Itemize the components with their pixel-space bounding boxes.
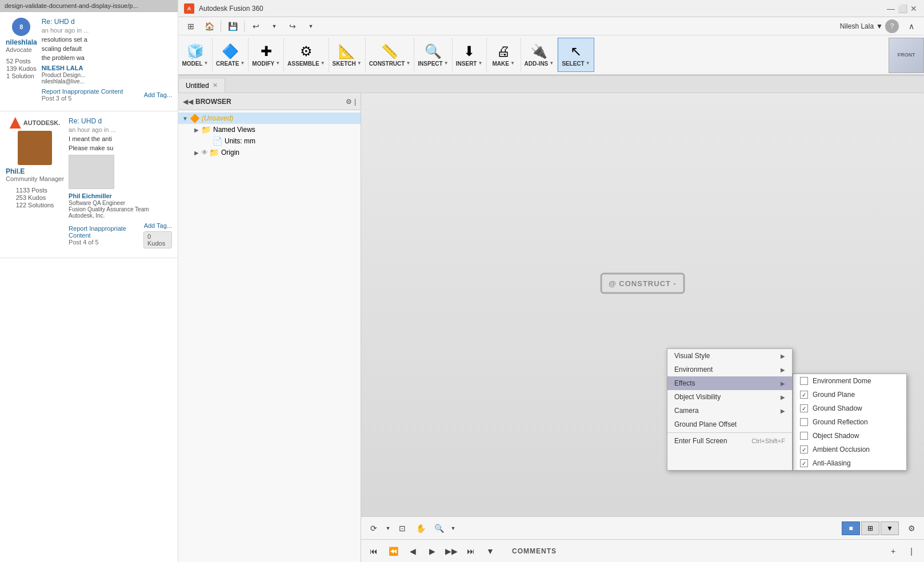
comments-settings-button[interactable]: | [903, 543, 919, 559]
submenu-item-ambient-occlusion[interactable]: Ambient Occlusion [793, 443, 906, 456]
toolbar-sketch[interactable]: 📐 SKETCH ▼ [329, 38, 366, 72]
tree-expand-units [203, 137, 213, 146]
sketch-label: SKETCH [333, 61, 356, 67]
pan-button[interactable]: ✋ [413, 520, 429, 536]
tree-item-unsaved[interactable]: ▼ 🔶 (Unsaved) [178, 113, 361, 124]
submenu-label-object-shadow: Object Shadow [813, 432, 859, 440]
submenu-label-ground-plane: Ground Plane [813, 391, 855, 399]
browser-settings-button[interactable]: ⚙ [346, 98, 352, 106]
submenu-item-ground-plane[interactable]: Ground Plane [793, 388, 906, 402]
menu-item-ground-plane-offset[interactable]: Ground Plane Offset [667, 418, 792, 431]
user-name-label: Nilesh Lala [840, 22, 874, 30]
undo-dropdown-button[interactable]: ▼ [266, 18, 282, 34]
redo-dropdown-button[interactable]: ▼ [303, 18, 319, 34]
toolbar-insert[interactable]: ⬇ INSERT ▼ [453, 38, 487, 72]
menu-item-object-visibility[interactable]: Object Visibility ▶ [667, 390, 792, 404]
playback-play-button[interactable]: ▶ [424, 543, 440, 559]
submenu-item-object-shadow[interactable]: Object Shadow [793, 429, 906, 443]
playback-end-button[interactable]: ⏭ [463, 543, 479, 559]
collapse-button[interactable]: ∧ [903, 18, 919, 34]
user-menu[interactable]: Nilesh Lala ▼ [840, 22, 883, 30]
save-button[interactable]: 💾 [225, 18, 241, 34]
submenu-item-ground-shadow[interactable]: Ground Shadow [793, 402, 906, 415]
post-text-4-0: I meant the anti [69, 135, 172, 142]
tree-item-origin[interactable]: ▶ 👁 📁 Origin [190, 147, 361, 158]
create-dropdown-icon: ▼ [240, 61, 245, 66]
inspect-label: INSPECT [418, 61, 442, 67]
help-button[interactable]: ? [885, 19, 899, 33]
submenu-item-anti-aliasing[interactable]: Anti-Aliasing [793, 456, 906, 470]
playback-next-frame-button[interactable]: ▶▶ [443, 543, 459, 559]
browser-collapse-button[interactable]: ◀◀ [183, 98, 193, 106]
zoom-button[interactable]: 🔍 [431, 520, 447, 536]
comments-add-button[interactable]: + [885, 543, 901, 559]
tree-expand-root[interactable]: ▼ [181, 114, 190, 123]
tree-expand-origin[interactable]: ▶ [192, 148, 201, 157]
username-phil[interactable]: Phil.E [6, 167, 64, 175]
submenu-item-environment-dome[interactable]: Environment Dome [793, 374, 906, 388]
toolbar-addins[interactable]: 🔌 ADD-INS ▼ [521, 38, 558, 72]
view-single-button[interactable]: ■ [842, 521, 860, 535]
add-tag-3[interactable]: Add Tag... [144, 91, 172, 98]
menu-separator [667, 432, 792, 433]
playback-prev-button[interactable]: ⏪ [385, 543, 401, 559]
toolbar-separator-1 [221, 21, 221, 32]
report-link-3[interactable]: Report Inappropriate Content [42, 88, 123, 95]
toolbar-model[interactable]: 🧊 MODEL ▼ [178, 38, 213, 72]
inspect-dropdown-icon: ▼ [444, 61, 449, 66]
toolbar-assemble[interactable]: ⚙ ASSEMBLE ▼ [284, 38, 329, 72]
tree-item-units[interactable]: 📄 Units: mm [201, 135, 361, 147]
home-button[interactable]: 🏠 [201, 18, 217, 34]
tab-close-button[interactable]: ✕ [213, 82, 218, 89]
view-grid-button[interactable]: ⊞ [861, 521, 879, 535]
frame-button[interactable]: ⊡ [394, 520, 410, 536]
playback-start-button[interactable]: ⏮ [366, 543, 382, 559]
nav-cube[interactable]: FRONT [889, 38, 924, 73]
toolbar-make[interactable]: 🖨 MAKE ▼ [487, 38, 521, 72]
tree-item-named-views[interactable]: ▶ 📁 Named Views [190, 124, 361, 135]
display-settings-button[interactable]: ⚙ [903, 520, 919, 536]
user-dropdown-arrow: ▼ [876, 22, 883, 30]
submenu-item-ground-reflection[interactable]: Ground Reflection [793, 415, 906, 429]
zoom-dropdown-button[interactable]: ▼ [449, 520, 457, 536]
playback-prev-frame-button[interactable]: ◀ [405, 543, 421, 559]
post-text-3-0: resolutions set a [42, 36, 172, 43]
browser-collapse-right-button[interactable]: | [354, 98, 356, 106]
tree-expand-named-views[interactable]: ▶ [192, 125, 201, 134]
tree-label-units: Units: mm [225, 137, 255, 145]
post-title-4[interactable]: Re: UHD d [69, 117, 172, 125]
orbit-button[interactable]: ⟳ [366, 520, 382, 536]
close-button[interactable]: ✕ [909, 4, 918, 13]
viewport[interactable]: @ CONSTRUCT - Visual Style ▶ Environment… [361, 93, 924, 562]
user-role-phil: Community Manager [6, 175, 64, 182]
context-menu: Visual Style ▶ Environment ▶ Effects ▶ [667, 348, 793, 471]
menu-label-full-screen: Enter Full Screen [674, 437, 727, 445]
view-dropdown-button[interactable]: ▼ [881, 521, 899, 535]
toolbar-select[interactable]: ↖ SELECT ▼ [558, 38, 594, 72]
orbit-dropdown-button[interactable]: ▼ [384, 520, 392, 536]
minimize-button[interactable]: — [886, 4, 895, 13]
toolbar-inspect[interactable]: 🔍 INSPECT ▼ [414, 38, 452, 72]
construct-label: CONSTRUCT [369, 61, 405, 67]
playback-filter-button[interactable]: ▼ [482, 543, 498, 559]
browser-title: BROWSER [195, 98, 231, 106]
report-link-4[interactable]: Report Inappropriate Content [69, 225, 143, 239]
menu-item-camera[interactable]: Camera ▶ [667, 404, 792, 418]
toolbar-create[interactable]: 🔷 CREATE ▼ [213, 38, 249, 72]
redo-button[interactable]: ↪ [285, 18, 301, 34]
restore-button[interactable]: ⬜ [898, 4, 907, 13]
addins-icon: 🔌 [530, 43, 547, 59]
grid-menu-button[interactable]: ⊞ [183, 18, 199, 34]
toolbar-modify[interactable]: ✚ MODIFY ▼ [249, 38, 284, 72]
username-nileshlala[interactable]: nileshlala [6, 38, 37, 46]
menu-item-effects[interactable]: Effects ▶ [667, 376, 792, 390]
menu-item-visual-style[interactable]: Visual Style ▶ [667, 349, 792, 363]
post-title-3[interactable]: Re: UHD d [42, 18, 172, 26]
menu-item-environment[interactable]: Environment ▶ [667, 363, 792, 376]
undo-button[interactable]: ↩ [248, 18, 264, 34]
add-tag-4[interactable]: Add Tag... [144, 222, 172, 229]
viewport-canvas[interactable]: @ CONSTRUCT - Visual Style ▶ Environment… [361, 93, 924, 516]
tab-untitled[interactable]: Untitled ✕ [178, 78, 225, 93]
toolbar-construct[interactable]: 📏 CONSTRUCT ▼ [366, 38, 415, 72]
menu-item-full-screen[interactable]: Enter Full Screen Ctrl+Shift+F [667, 434, 792, 448]
